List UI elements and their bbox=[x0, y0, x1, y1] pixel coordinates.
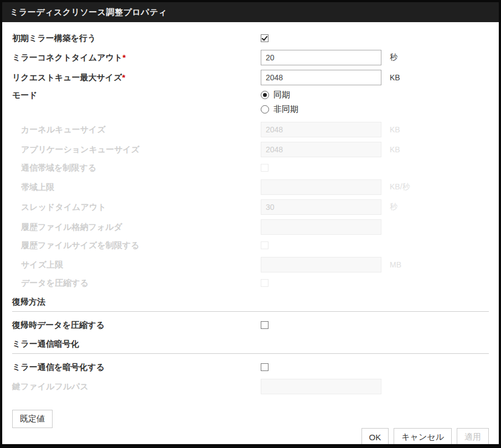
unit-label: KB bbox=[390, 145, 400, 154]
field-label: スレッドタイムアウト bbox=[12, 202, 261, 213]
form-row: データを圧縮する bbox=[12, 277, 489, 289]
mirror-disk-tuning-properties-dialog: ミラーディスクリソース調整プロパティ 初期ミラー構築を行う ミラーコネクトタイム… bbox=[0, 0, 501, 448]
initial-mirror-construction-checkbox[interactable] bbox=[261, 34, 268, 42]
form-row: 履歴ファイル格納フォルダ bbox=[12, 219, 489, 235]
field-label: 通信帯域を制限する bbox=[12, 162, 261, 173]
mode-async-option[interactable]: 非同期 bbox=[261, 104, 298, 115]
compress-data-checkbox bbox=[261, 279, 268, 287]
request-queue-max-size-input[interactable] bbox=[261, 70, 381, 85]
field-label: 復帰時データを圧縮する bbox=[12, 320, 261, 331]
dialog-body: 初期ミラー構築を行う ミラーコネクトタイムアウト* 秒 リクエストキュー最大サイ… bbox=[2, 22, 499, 444]
kernel-queue-size-input bbox=[261, 122, 381, 137]
field-label: 帯域上限 bbox=[12, 182, 261, 193]
form-row: 通信帯域を制限する bbox=[12, 162, 489, 174]
unit-label: KB/秒 bbox=[390, 182, 410, 192]
section-header-recovery: 復帰方法 bbox=[12, 297, 489, 312]
form-row: 鍵ファイルフルパス bbox=[12, 379, 489, 394]
field-label: ミラー通信を暗号化する bbox=[12, 362, 261, 373]
radio-label: 同期 bbox=[273, 90, 290, 100]
section-header-encryption: ミラー通信暗号化 bbox=[12, 339, 489, 354]
required-asterisk: * bbox=[122, 73, 126, 82]
limit-history-file-size-checkbox bbox=[261, 241, 268, 249]
apply-button: 適用 bbox=[457, 428, 489, 444]
form-row: 履歴ファイルサイズを制限する bbox=[12, 239, 489, 251]
size-limit-input bbox=[261, 257, 381, 272]
form-row: 復帰時データを圧縮する bbox=[12, 319, 489, 331]
field-label: リクエストキュー最大サイズ* bbox=[12, 72, 261, 83]
field-label: 初期ミラー構築を行う bbox=[12, 33, 261, 44]
field-label: データを圧縮する bbox=[12, 277, 261, 289]
radio-label: 非同期 bbox=[273, 104, 298, 115]
key-file-path-input bbox=[261, 379, 381, 394]
field-label: アプリケーションキューサイズ bbox=[12, 144, 261, 155]
ok-button[interactable]: OK bbox=[361, 428, 389, 444]
mode-async-radio[interactable] bbox=[261, 105, 269, 114]
form-row: アプリケーションキューサイズ KB bbox=[12, 142, 489, 157]
default-button[interactable]: 既定値 bbox=[12, 410, 53, 428]
form-row: モード 同期 非同期 bbox=[12, 90, 489, 119]
default-button-row: 既定値 bbox=[12, 410, 489, 428]
unit-label: 秒 bbox=[390, 202, 397, 212]
dialog-footer: OK キャンセル 適用 bbox=[12, 428, 489, 444]
mode-sync-radio[interactable] bbox=[261, 91, 269, 99]
thread-timeout-input bbox=[261, 199, 381, 215]
field-label: カーネルキューサイズ bbox=[12, 124, 261, 135]
dialog-title: ミラーディスクリソース調整プロパティ bbox=[10, 7, 167, 18]
form-row: リクエストキュー最大サイズ* KB bbox=[12, 70, 489, 85]
compress-recovery-data-checkbox[interactable] bbox=[261, 321, 268, 329]
mirror-connect-timeout-input[interactable] bbox=[261, 50, 381, 65]
form-row: サイズ上限 MB bbox=[12, 257, 489, 272]
required-asterisk: * bbox=[122, 53, 126, 62]
field-label: ミラーコネクトタイムアウト* bbox=[12, 52, 261, 63]
cancel-button[interactable]: キャンセル bbox=[394, 428, 452, 444]
form-row: スレッドタイムアウト 秒 bbox=[12, 199, 489, 215]
unit-label: MB bbox=[390, 260, 401, 269]
field-label: 鍵ファイルフルパス bbox=[12, 381, 261, 392]
form-row: 初期ミラー構築を行う bbox=[12, 32, 489, 44]
mode-sync-option[interactable]: 同期 bbox=[261, 90, 298, 100]
unit-label: KB bbox=[390, 73, 400, 82]
field-label: 履歴ファイル格納フォルダ bbox=[12, 222, 261, 233]
limit-bandwidth-checkbox bbox=[261, 164, 268, 172]
dialog-titlebar: ミラーディスクリソース調整プロパティ bbox=[2, 2, 499, 22]
field-label: 履歴ファイルサイズを制限する bbox=[12, 240, 261, 251]
field-label: モード bbox=[12, 90, 261, 101]
form-row: ミラー通信を暗号化する bbox=[12, 361, 489, 373]
encrypt-mirror-communication-checkbox[interactable] bbox=[261, 363, 268, 371]
form-row: 帯域上限 KB/秒 bbox=[12, 179, 489, 195]
form-row: カーネルキューサイズ KB bbox=[12, 122, 489, 137]
form-row: ミラーコネクトタイムアウト* 秒 bbox=[12, 50, 489, 65]
unit-label: KB bbox=[390, 125, 400, 134]
bandwidth-limit-input bbox=[261, 179, 381, 195]
unit-label: 秒 bbox=[390, 53, 397, 63]
application-queue-size-input bbox=[261, 142, 381, 157]
field-label: サイズ上限 bbox=[12, 259, 261, 270]
history-folder-input bbox=[261, 219, 381, 235]
